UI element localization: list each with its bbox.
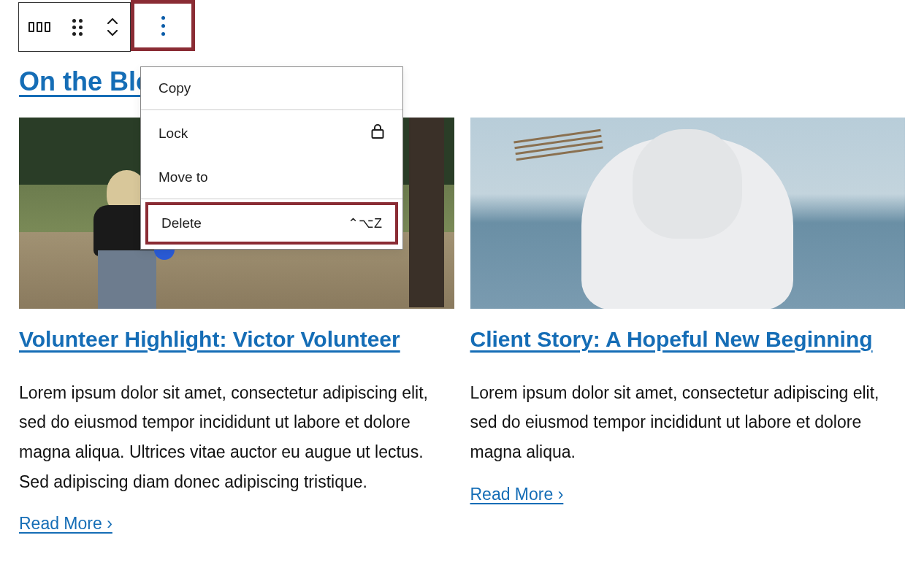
svg-rect-0: [373, 130, 383, 138]
move-vertical-icon: [107, 18, 118, 36]
drag-handle-button[interactable]: [60, 3, 95, 51]
post-title: Client Story: A Hopeful New Beginning: [470, 325, 906, 355]
read-more: Read More ›: [19, 514, 454, 534]
more-options-icon: [161, 16, 165, 36]
post-title-link[interactable]: Volunteer Highlight: Victor Volunteer: [19, 327, 400, 351]
menu-item-delete[interactable]: Delete ⌃⌥Z: [145, 202, 398, 245]
menu-item-label: Lock: [159, 126, 188, 142]
post-card: Client Story: A Hopeful New Beginning Lo…: [470, 118, 906, 534]
drag-handle-icon: [72, 19, 83, 36]
menu-item-move-to[interactable]: Move to: [141, 156, 402, 199]
post-title-link[interactable]: Client Story: A Hopeful New Beginning: [470, 327, 873, 351]
columns-icon: [28, 22, 50, 32]
post-excerpt: Lorem ipsum dolor sit amet, consectetur …: [470, 378, 906, 467]
block-toolbar: [18, 2, 131, 52]
read-more-link[interactable]: Read More ›: [19, 514, 112, 533]
block-options-dropdown: Copy Lock Move to Delete ⌃⌥Z: [140, 66, 403, 250]
post-excerpt: Lorem ipsum dolor sit amet, consectetur …: [19, 378, 454, 497]
menu-item-label: Move to: [159, 169, 208, 185]
menu-item-lock[interactable]: Lock: [141, 110, 402, 156]
menu-item-label: Delete: [161, 215, 202, 231]
columns-block-button[interactable]: [19, 3, 60, 51]
move-updown-button[interactable]: [95, 3, 130, 51]
menu-item-shortcut: ⌃⌥Z: [348, 215, 382, 231]
post-title: Volunteer Highlight: Victor Volunteer: [19, 325, 454, 355]
lock-icon: [370, 123, 385, 143]
post-thumbnail[interactable]: [470, 118, 906, 309]
menu-divider: [141, 199, 402, 199]
menu-item-label: Copy: [159, 80, 191, 96]
menu-item-copy[interactable]: Copy: [141, 67, 402, 109]
read-more-link[interactable]: Read More ›: [470, 485, 564, 504]
more-options-button[interactable]: [131, 0, 195, 51]
read-more: Read More ›: [470, 485, 906, 504]
